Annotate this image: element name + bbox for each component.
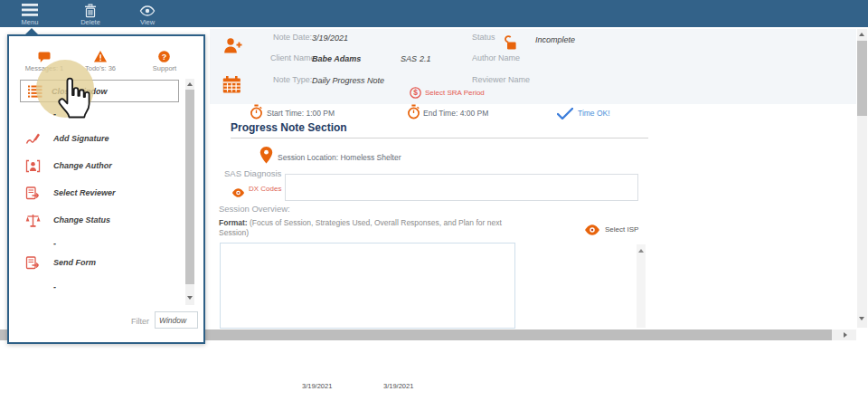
menu-separator: - bbox=[53, 282, 56, 291]
stopwatch-icon bbox=[250, 104, 263, 123]
client-name-value[interactable]: Babe Adams bbox=[312, 54, 361, 63]
vertical-scroll-thumb[interactable] bbox=[857, 41, 867, 116]
end-time-text: End Time: 4:00 PM bbox=[423, 109, 488, 118]
note-type-label: Note Type: bbox=[273, 75, 312, 84]
footer-date-right: 3/19/2021 bbox=[383, 382, 413, 390]
delete-button-label: Delete bbox=[71, 18, 110, 26]
menu-button[interactable]: Menu bbox=[10, 1, 50, 26]
app-window: Menu Delete View Note Date: 3/19/2021 Cl… bbox=[0, 0, 868, 401]
client-name-label: Client Name: bbox=[270, 53, 317, 62]
view-button[interactable]: View bbox=[127, 1, 167, 26]
scroll-up-arrow-icon[interactable] bbox=[859, 33, 864, 36]
menu-item-select-reviewer[interactable]: Select Reviewer bbox=[53, 188, 116, 197]
note-type-value[interactable]: Daily Progress Note bbox=[312, 76, 384, 85]
sas-label: SAS bbox=[401, 54, 417, 63]
hand-cursor-icon bbox=[54, 76, 92, 125]
dx-codes-input[interactable] bbox=[285, 174, 638, 201]
scroll-up-arrow-icon[interactable] bbox=[638, 249, 644, 253]
note-date-label: Note Date: bbox=[273, 33, 312, 42]
unlocked-icon[interactable] bbox=[503, 34, 519, 54]
calendar-icon[interactable] bbox=[222, 76, 241, 97]
session-overview-label: Session Overview: bbox=[219, 204, 290, 214]
session-overview-textarea[interactable] bbox=[220, 243, 515, 329]
scroll-down-arrow-icon[interactable] bbox=[859, 317, 864, 320]
note-date-value[interactable]: 3/19/2021 bbox=[312, 33, 348, 43]
sas-diagnosis-label: SAS Diagnosis bbox=[224, 168, 281, 178]
signature-icon bbox=[25, 132, 41, 149]
section-divider bbox=[231, 138, 648, 138]
menu-dropdown-panel: Messages: 1 Todo's: 36 ? Support Close W… bbox=[7, 34, 205, 344]
reviewer-name-label: Reviewer Name bbox=[472, 75, 530, 84]
select-reviewer-icon bbox=[25, 186, 40, 204]
menu-item-change-author[interactable]: Change Author bbox=[53, 161, 112, 170]
inner-scrollbar[interactable] bbox=[637, 244, 646, 328]
scroll-down-arrow-icon[interactable] bbox=[187, 296, 193, 300]
delete-button[interactable]: Delete bbox=[71, 1, 110, 26]
scroll-up-arrow-icon[interactable] bbox=[187, 82, 193, 86]
dollar-icon[interactable]: $ bbox=[410, 86, 421, 102]
svg-text:$: $ bbox=[413, 88, 418, 97]
select-isp-link[interactable]: Select ISP bbox=[605, 225, 638, 234]
menu-item-add-signature[interactable]: Add Signature bbox=[53, 134, 109, 143]
dx-codes-eye-icon[interactable] bbox=[231, 185, 245, 201]
time-ok-text: Time OK! bbox=[578, 109, 610, 118]
filter-input[interactable] bbox=[155, 311, 198, 329]
change-status-icon bbox=[25, 214, 41, 232]
send-form-icon bbox=[25, 256, 40, 273]
footer-date-left: 3/19/2021 bbox=[302, 382, 332, 390]
menu-separator: - bbox=[53, 239, 56, 248]
view-button-label: View bbox=[127, 18, 167, 26]
panel-notch bbox=[24, 28, 40, 36]
trash-icon bbox=[71, 4, 110, 18]
scroll-right-arrow-icon[interactable] bbox=[844, 332, 847, 338]
add-client-icon[interactable] bbox=[222, 36, 242, 60]
main-vertical-scrollbar[interactable] bbox=[857, 29, 867, 328]
eye-icon bbox=[127, 4, 167, 18]
format-label: Format: bbox=[219, 218, 248, 227]
session-location-text: Session Location: Homeless Shelter bbox=[278, 153, 401, 162]
menu-scroll-thumb[interactable] bbox=[185, 90, 194, 284]
format-hint: Format: (Focus of Session, Strategies Us… bbox=[219, 218, 523, 237]
support-shortcut[interactable]: Support bbox=[137, 64, 192, 72]
status-value: Incomplete bbox=[535, 35, 575, 44]
select-sra-period-link[interactable]: Select SRA Period bbox=[425, 89, 485, 97]
change-author-icon bbox=[25, 159, 41, 177]
menu-button-label: Menu bbox=[10, 18, 50, 26]
filter-label: Filter bbox=[131, 317, 149, 326]
top-toolbar: Menu Delete View bbox=[0, 0, 868, 27]
menu-item-send-form[interactable]: Send Form bbox=[53, 258, 96, 267]
select-isp-eye-icon[interactable] bbox=[584, 223, 600, 239]
menu-item-change-status[interactable]: Change Status bbox=[53, 215, 110, 224]
hamburger-icon bbox=[10, 4, 50, 18]
stopwatch-icon bbox=[407, 104, 420, 123]
check-icon bbox=[557, 107, 573, 123]
dx-codes-link[interactable]: DX Codes bbox=[249, 185, 281, 193]
section-title: Progress Note Section bbox=[231, 121, 347, 134]
start-time-text: Start Time: 1:00 PM bbox=[267, 109, 335, 118]
menu-scrollbar[interactable] bbox=[185, 79, 194, 305]
location-pin-icon[interactable] bbox=[259, 147, 273, 167]
sas-value: 2.1 bbox=[420, 54, 431, 63]
svg-text:?: ? bbox=[162, 53, 167, 62]
status-label: Status bbox=[472, 33, 495, 42]
author-name-label: Author Name bbox=[472, 53, 520, 62]
